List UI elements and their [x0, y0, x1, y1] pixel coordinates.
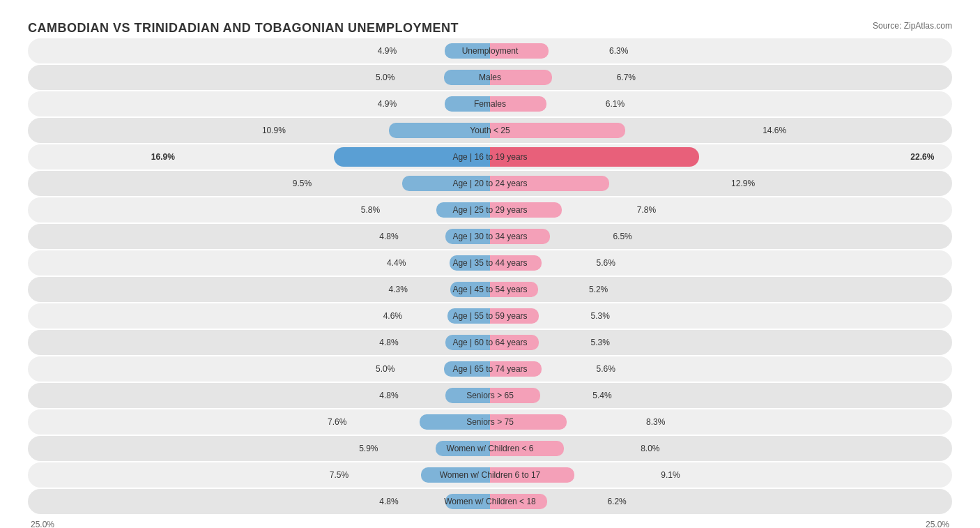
right-bar-wrap [490, 197, 952, 222]
row-right-val: 5.3% [591, 338, 610, 347]
row-left-val: 4.9% [378, 46, 397, 56]
left-bar-wrap [28, 383, 490, 408]
chart-row-6: Age | 25 to 29 years 5.8% 7.8% [28, 197, 952, 222]
chart-source: Source: ZipAtlas.com [873, 21, 952, 31]
row-right-val: 6.3% [609, 46, 628, 56]
right-bar-wrap [490, 224, 952, 249]
right-bar-wrap [490, 462, 952, 488]
left-bar-wrap [28, 171, 490, 196]
right-bar [490, 282, 538, 297]
left-bar-wrap [28, 489, 490, 514]
chart-row-16: Women w/ Children 6 to 17 7.5% 9.1% [28, 462, 952, 488]
left-bar-wrap [28, 330, 490, 355]
row-right-val: 5.3% [591, 311, 610, 321]
left-bar [421, 467, 490, 483]
chart-row-3: Youth < 25 10.9% 14.6% [28, 118, 952, 143]
bars-wrapper [28, 65, 952, 90]
row-right-val: 9.1% [661, 470, 680, 480]
row-right-val: 8.3% [646, 417, 665, 427]
right-bar-wrap [490, 91, 952, 116]
row-left-val: 4.6% [383, 311, 402, 321]
axis-right: 25.0% [926, 520, 949, 528]
left-bar [444, 361, 490, 377]
row-left-val: 10.9% [262, 126, 286, 135]
bars-wrapper [28, 462, 952, 488]
row-left-val: 4.8% [379, 391, 398, 400]
row-left-val: 4.9% [378, 99, 397, 109]
axis-row: 25.0% 25.0% [28, 520, 952, 528]
left-bar [445, 388, 490, 403]
right-bar [490, 335, 539, 350]
left-bar [445, 229, 490, 244]
right-bar [490, 176, 609, 191]
right-bar [490, 43, 549, 59]
left-bar-wrap [28, 197, 490, 222]
left-bar [436, 202, 490, 218]
right-bar [490, 255, 542, 271]
right-bar [490, 96, 546, 112]
chart-row-0: Unemployment 4.9% 6.3% [28, 38, 952, 63]
row-right-val: 6.1% [606, 99, 625, 109]
left-bar-wrap [28, 409, 490, 435]
row-left-val: 7.5% [330, 470, 349, 480]
left-bar [334, 147, 490, 167]
left-bar [450, 255, 490, 271]
chart-row-9: Age | 45 to 54 years 4.3% 5.2% [28, 277, 952, 302]
row-left-val: 16.9% [151, 152, 175, 162]
left-bar [447, 308, 490, 324]
row-left-val: 5.9% [359, 444, 378, 453]
left-bar-wrap [28, 224, 490, 249]
row-right-val: 22.6% [910, 152, 934, 162]
row-right-val: 14.6% [763, 126, 786, 135]
chart-container: CAMBODIAN VS TRINIDADIAN AND TOBAGONIAN … [14, 14, 966, 528]
left-bar-wrap [28, 118, 490, 143]
left-bar [389, 123, 490, 138]
bars-wrapper [28, 356, 952, 382]
left-bar [436, 441, 490, 456]
row-right-val: 6.7% [617, 73, 636, 82]
left-bar-wrap [28, 462, 490, 488]
left-bar [445, 335, 490, 350]
chart-title: CAMBODIAN VS TRINIDADIAN AND TOBAGONIAN … [28, 21, 459, 36]
right-bar-wrap [490, 356, 952, 382]
bars-wrapper [28, 330, 952, 355]
right-bar [490, 147, 699, 167]
bars-wrapper [28, 383, 952, 408]
row-left-val: 5.0% [376, 73, 395, 82]
chart-row-13: Seniors > 65 4.8% 5.4% [28, 383, 952, 408]
row-left-val: 4.4% [387, 258, 406, 268]
left-bar-wrap [28, 356, 490, 382]
row-right-val: 6.2% [607, 497, 626, 506]
chart-rows-container: Unemployment 4.9% 6.3% Males 5.0% 6.7% [28, 38, 952, 514]
row-left-val: 5.8% [361, 205, 380, 215]
row-right-val: 8.0% [641, 444, 659, 453]
right-bar-wrap [490, 409, 952, 435]
bars-wrapper [28, 38, 952, 63]
right-bar-wrap [490, 171, 952, 196]
row-right-val: 12.9% [731, 179, 755, 188]
chart-row-15: Women w/ Children < 6 5.9% 8.0% [28, 436, 952, 461]
right-bar [490, 494, 547, 509]
right-bar-wrap [490, 250, 952, 276]
row-right-val: 7.8% [637, 205, 656, 215]
right-bar [490, 202, 562, 218]
right-bar [490, 441, 564, 456]
bars-wrapper [28, 224, 952, 249]
right-bar [490, 467, 574, 483]
left-bar-wrap [28, 91, 490, 116]
bars-wrapper [28, 436, 952, 461]
chart-row-8: Age | 35 to 44 years 4.4% 5.6% [28, 250, 952, 276]
right-bar [490, 123, 625, 138]
left-bar [450, 282, 490, 297]
chart-row-2: Females 4.9% 6.1% [28, 91, 952, 116]
chart-row-17: Women w/ Children < 18 4.8% 6.2% [28, 489, 952, 514]
left-bar [445, 96, 490, 112]
bars-wrapper [28, 171, 952, 196]
right-bar [490, 70, 552, 85]
row-right-val: 5.2% [589, 285, 608, 294]
left-bar [445, 43, 490, 59]
right-bar-wrap [490, 118, 952, 143]
bars-wrapper [28, 409, 952, 435]
right-bar-wrap [490, 489, 952, 514]
row-left-val: 9.5% [293, 179, 312, 188]
